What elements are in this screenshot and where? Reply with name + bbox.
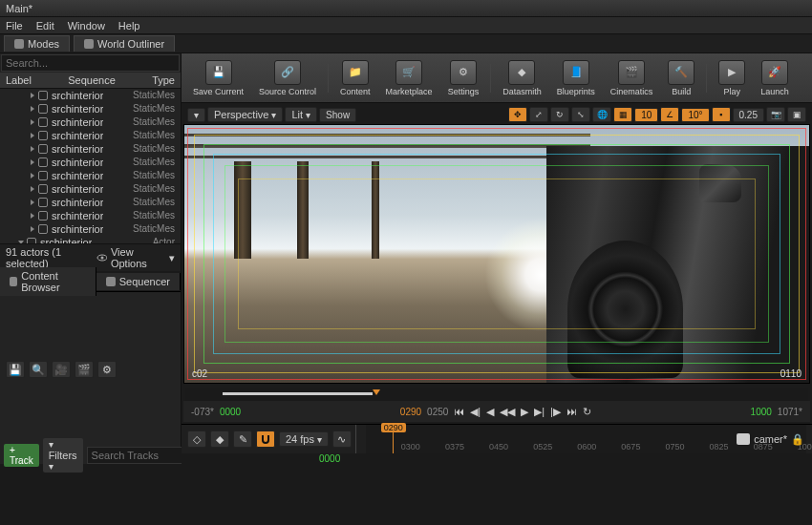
seq-settings-button[interactable]: ⚙ bbox=[97, 361, 117, 378]
outliner-row[interactable]: srchinteriorStaticMes bbox=[0, 116, 181, 129]
col-sequence[interactable]: Sequence bbox=[68, 74, 116, 86]
settings-button[interactable]: ⚙Settings bbox=[444, 58, 483, 98]
seq-save-button[interactable]: 💾 bbox=[6, 361, 25, 378]
outliner-row[interactable]: srchinteriorStaticMes bbox=[0, 209, 181, 222]
lit-mode-button[interactable]: Lit ▾ bbox=[285, 107, 317, 122]
content-button[interactable]: 📁Content bbox=[336, 58, 374, 98]
seq-fps-button[interactable]: 24 fps ▾ bbox=[279, 431, 329, 447]
grid-snap-button[interactable]: ▦ bbox=[613, 107, 632, 122]
menu-file[interactable]: File bbox=[6, 20, 23, 32]
seq-autokey-button[interactable]: ✎ bbox=[233, 430, 252, 448]
menu-edit[interactable]: Edit bbox=[36, 20, 54, 32]
camera-icon[interactable] bbox=[737, 433, 750, 445]
source-button[interactable]: 🔗Source Control bbox=[255, 58, 320, 98]
outliner-row[interactable]: srchinteriorStaticMes bbox=[0, 89, 181, 102]
step-back-button[interactable]: ◀ bbox=[486, 406, 494, 418]
step-forward-keyframe-button[interactable]: |▶ bbox=[550, 406, 561, 418]
viewport-label-left: c02 bbox=[192, 368, 207, 379]
launch-button[interactable]: 🚀Launch bbox=[757, 58, 793, 98]
actor-icon bbox=[38, 224, 48, 234]
scale-snap-button[interactable]: ▪ bbox=[712, 107, 731, 122]
play-reverse-button[interactable]: ◀◀ bbox=[500, 406, 515, 418]
scrub-bar[interactable] bbox=[185, 388, 808, 401]
scale-snap-value[interactable]: 0.25 bbox=[733, 108, 764, 122]
tab-content-browser[interactable]: Content Browser bbox=[0, 267, 96, 296]
actor-type: StaticMes bbox=[133, 130, 175, 141]
actor-name: srchinterior bbox=[52, 210, 103, 221]
seq-snap-button[interactable] bbox=[256, 430, 275, 448]
outliner-row[interactable]: srchinteriorStaticMes bbox=[0, 169, 181, 182]
angle-snap-button[interactable]: ∠ bbox=[660, 107, 679, 122]
blueprint-icon: 📘 bbox=[563, 60, 589, 85]
playhead-marker[interactable] bbox=[373, 389, 380, 395]
goto-end-button[interactable]: ⏭ bbox=[566, 406, 577, 417]
view-options-button[interactable]: View Options ▾ bbox=[96, 246, 175, 269]
outliner-row[interactable]: srchinteriorStaticMes bbox=[0, 222, 181, 236]
filters-button[interactable]: ▾ Filters ▾ bbox=[43, 438, 83, 472]
seq-render-button[interactable]: 🎬 bbox=[75, 361, 94, 378]
outliner-row[interactable]: srchinteriorStaticMes bbox=[0, 182, 181, 196]
play-button[interactable]: ▶Play bbox=[715, 58, 749, 98]
coord-space-button[interactable]: 🌐 bbox=[592, 107, 611, 122]
range-in[interactable]: 0000 bbox=[220, 407, 241, 417]
outliner-search-input[interactable] bbox=[1, 54, 180, 72]
save-button[interactable]: 💾Save Current bbox=[189, 58, 247, 98]
viewport[interactable]: c02 0110 bbox=[183, 124, 810, 384]
outliner-row[interactable]: srchinteriorStaticMes bbox=[0, 102, 181, 116]
actor-type: StaticMes bbox=[133, 183, 175, 195]
build-button[interactable]: 🔨Build bbox=[664, 58, 698, 98]
cinema-button[interactable]: 🎬Cinematics bbox=[607, 58, 657, 98]
menu-window[interactable]: Window bbox=[68, 20, 105, 32]
blueprint-button[interactable]: 📘Blueprints bbox=[553, 58, 599, 98]
outliner-row[interactable]: srchinteriorStaticMes bbox=[0, 129, 181, 142]
range-end[interactable]: 1071* bbox=[778, 407, 802, 417]
transform-select-button[interactable]: ✥ bbox=[508, 107, 527, 122]
datasmith-button[interactable]: ◆Datasmith bbox=[499, 58, 545, 98]
timeline-in[interactable]: 0000 bbox=[319, 453, 340, 464]
sequencer-icon bbox=[106, 277, 116, 286]
add-track-button[interactable]: + Track bbox=[4, 444, 39, 467]
col-label[interactable]: Label bbox=[6, 74, 32, 86]
camera-speed-button[interactable]: 📷 bbox=[766, 107, 785, 122]
outliner-row[interactable]: srchinteriorStaticMes bbox=[0, 142, 181, 156]
camera-name[interactable]: camer* bbox=[754, 433, 787, 445]
outliner-list[interactable]: srchinteriorStaticMessrchinteriorStaticM… bbox=[0, 89, 181, 243]
market-button[interactable]: 🛒Marketplace bbox=[382, 58, 437, 98]
grid-snap-value[interactable]: 10 bbox=[634, 108, 658, 122]
seq-camera-button[interactable]: 🎥 bbox=[52, 361, 71, 378]
play-button[interactable]: ▶ bbox=[521, 406, 528, 418]
step-forward-button[interactable]: ▶| bbox=[534, 406, 545, 418]
timeline-playhead[interactable]: 0290 bbox=[393, 425, 394, 453]
seq-key-button[interactable]: ◆ bbox=[210, 430, 229, 448]
outliner-row[interactable]: srchinteriorStaticMes bbox=[0, 156, 181, 169]
outliner-row[interactable]: srchinteriorStaticMes bbox=[0, 196, 181, 209]
timeline-tick: 0675 bbox=[621, 442, 640, 452]
range-start[interactable]: -073* bbox=[191, 407, 214, 417]
seq-curve-button[interactable]: ◇ bbox=[187, 430, 206, 448]
viewport-menu-button[interactable]: ▾ bbox=[187, 108, 205, 122]
seq-curves-panel-button[interactable]: ∿ bbox=[332, 430, 352, 448]
show-button[interactable]: Show bbox=[319, 108, 356, 122]
actor-name: srchinterior bbox=[40, 237, 92, 243]
outliner-row[interactable]: srchinteriorActor bbox=[0, 236, 181, 243]
tab-sequencer[interactable]: Sequencer bbox=[96, 273, 181, 290]
lock-icon[interactable]: 🔒 bbox=[791, 433, 804, 446]
loop-button[interactable]: ↻ bbox=[583, 406, 591, 418]
transform-scale-button[interactable]: ⤡ bbox=[571, 107, 590, 122]
current-frame[interactable]: 0290 bbox=[400, 407, 421, 417]
datasmith-icon: ◆ bbox=[508, 60, 535, 85]
col-type[interactable]: Type bbox=[152, 74, 175, 86]
menu-help[interactable]: Help bbox=[118, 20, 140, 32]
perspective-button[interactable]: Perspective ▾ bbox=[207, 107, 283, 122]
step-back-keyframe-button[interactable]: ◀| bbox=[470, 406, 481, 418]
transform-rotate-button[interactable]: ↻ bbox=[550, 107, 569, 122]
angle-snap-value[interactable]: 10° bbox=[681, 108, 709, 122]
tab-world-outliner[interactable]: World Outliner bbox=[74, 35, 175, 52]
tab-modes[interactable]: Modes bbox=[4, 35, 70, 52]
goto-start-button[interactable]: ⏮ bbox=[454, 406, 464, 417]
maximize-viewport-button[interactable]: ▣ bbox=[787, 107, 806, 122]
seq-search-button[interactable]: 🔍 bbox=[29, 361, 48, 378]
range-out[interactable]: 1000 bbox=[751, 407, 772, 417]
actor-type: StaticMes bbox=[133, 90, 175, 101]
transform-translate-button[interactable]: ⤢ bbox=[529, 107, 548, 122]
